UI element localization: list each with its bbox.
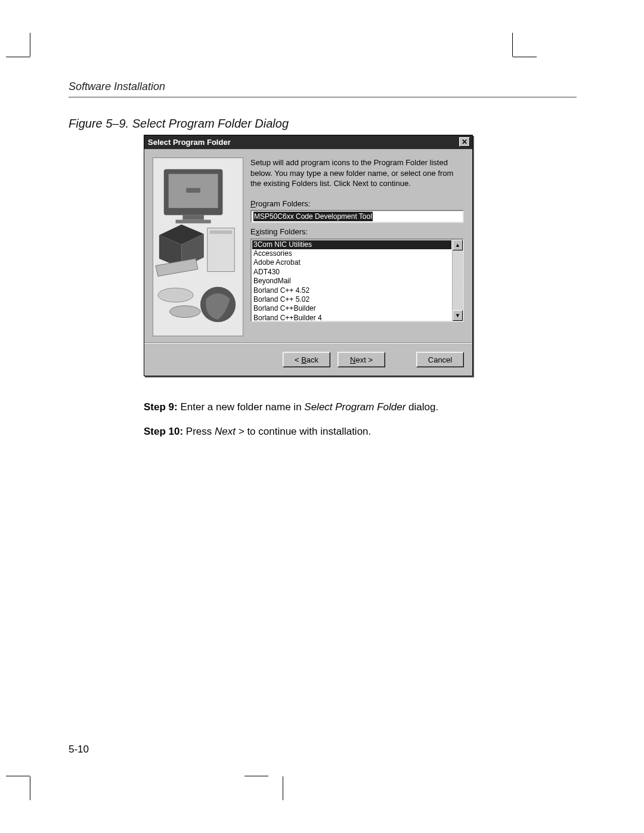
computer-setup-illustration-icon xyxy=(153,158,243,336)
list-item[interactable]: 3Com NIC Utilities xyxy=(252,240,451,249)
triangle-down-icon: ▼ xyxy=(455,312,460,319)
svg-point-13 xyxy=(170,306,200,318)
crop-mark xyxy=(283,776,283,800)
label-part: E xyxy=(250,227,256,236)
crop-mark xyxy=(30,33,30,57)
btn-text: ext > xyxy=(355,355,373,364)
crop-mark xyxy=(6,776,30,776)
list-item[interactable]: Accessories xyxy=(252,249,451,258)
btn-underline: N xyxy=(350,355,355,364)
step-emphasis: Next > xyxy=(215,426,244,437)
step-text: Press xyxy=(183,426,215,437)
program-folders-input[interactable]: MSP50C6xx Code Development Tool xyxy=(250,210,464,223)
svg-rect-4 xyxy=(182,215,204,220)
crop-mark xyxy=(6,57,30,57)
label-part: isting Folders: xyxy=(259,227,308,236)
step-emphasis: Select Program Folder xyxy=(304,401,405,413)
close-button[interactable]: ✕ xyxy=(459,137,470,147)
scroll-up-button[interactable]: ▲ xyxy=(453,240,463,250)
close-icon: ✕ xyxy=(462,138,467,145)
crop-mark xyxy=(30,776,30,800)
page-number: 5-10 xyxy=(69,744,89,755)
header-rule xyxy=(69,97,577,98)
btn-underline: B xyxy=(301,355,306,364)
scroll-track[interactable] xyxy=(453,250,463,310)
dialog-title: Select Program Folder xyxy=(148,138,231,147)
dialog-button-row: < Back Next > Cancel xyxy=(144,343,472,376)
running-header: Software Installation xyxy=(69,80,165,93)
button-gap xyxy=(392,352,409,367)
back-button[interactable]: < Back xyxy=(283,352,330,367)
step-label: Step 9: xyxy=(144,401,178,413)
list-item[interactable]: BeyondMail xyxy=(252,277,451,286)
step-text: dialog. xyxy=(405,401,438,413)
dialog-instruction-text: Setup will add program icons to the Prog… xyxy=(250,157,464,189)
step-9: Step 9: Enter a new folder name in Selec… xyxy=(144,398,473,417)
select-program-folder-dialog: Select Program Folder ✕ xyxy=(144,135,473,376)
triangle-up-icon: ▲ xyxy=(455,241,460,249)
list-item[interactable]: Borland C++ 5.02 xyxy=(252,295,451,304)
list-item[interactable]: Borland C++Builder xyxy=(252,304,451,313)
program-folders-label: Program Folders: xyxy=(250,199,464,209)
crop-mark xyxy=(244,776,268,776)
list-item[interactable]: Borland C++Builder 4 xyxy=(252,314,451,321)
btn-text: ack xyxy=(306,355,318,364)
dialog-right-pane: Setup will add program icons to the Prog… xyxy=(250,157,464,336)
dialog-titlebar: Select Program Folder ✕ xyxy=(144,135,472,149)
crop-mark xyxy=(512,33,513,57)
step-label: Step 10: xyxy=(144,426,183,437)
cancel-button[interactable]: Cancel xyxy=(416,352,464,367)
existing-folders-label: Existing Folders: xyxy=(250,227,464,237)
scroll-down-button[interactable]: ▼ xyxy=(453,310,463,321)
svg-rect-5 xyxy=(176,220,211,224)
crop-mark xyxy=(513,57,537,57)
svg-rect-3 xyxy=(186,188,200,193)
list-item[interactable]: Adobe Acrobat xyxy=(252,258,451,267)
list-item[interactable]: Borland C++ 4.52 xyxy=(252,286,451,295)
scrollbar[interactable]: ▲ ▼ xyxy=(452,240,463,321)
next-button[interactable]: Next > xyxy=(338,352,385,367)
existing-folders-listbox[interactable]: 3Com NIC Utilities Accessories Adobe Acr… xyxy=(250,239,464,322)
btn-text: < xyxy=(295,355,301,364)
step-text: to continue with installation. xyxy=(244,426,371,437)
step-instructions: Step 9: Enter a new folder name in Selec… xyxy=(144,398,473,447)
existing-folders-list[interactable]: 3Com NIC Utilities Accessories Adobe Acr… xyxy=(252,240,452,321)
svg-rect-9 xyxy=(208,228,234,271)
step-text: Enter a new folder name in xyxy=(178,401,305,413)
figure-caption: Figure 5–9. Select Program Folder Dialog xyxy=(69,117,289,131)
dialog-body: Setup will add program icons to the Prog… xyxy=(144,149,472,343)
svg-rect-10 xyxy=(210,230,233,234)
svg-point-12 xyxy=(158,288,193,302)
step-10: Step 10: Press Next > to continue with i… xyxy=(144,423,473,441)
installer-graphic xyxy=(153,157,243,336)
program-folders-value: MSP50C6xx Code Development Tool xyxy=(253,212,373,221)
list-item[interactable]: ADT430 xyxy=(252,268,451,277)
